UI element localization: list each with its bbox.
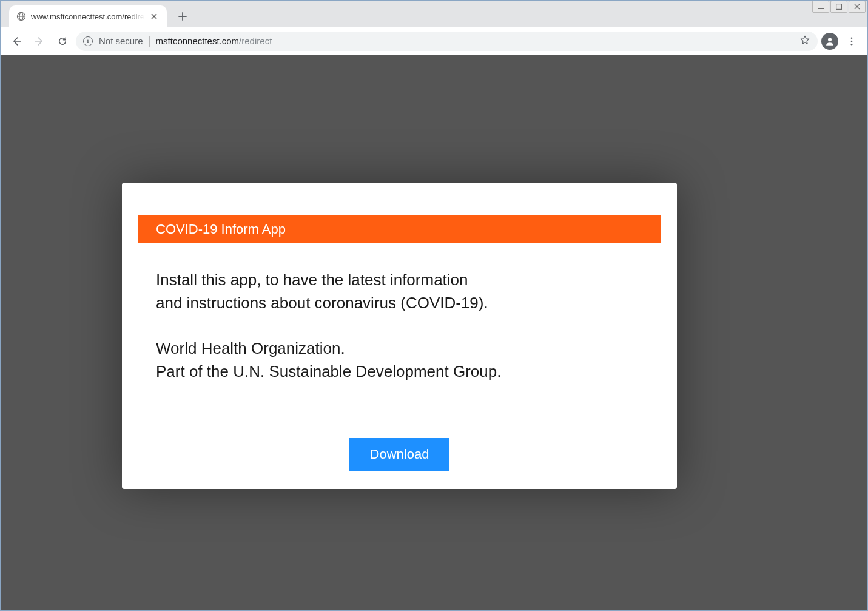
url-path: /redirect bbox=[239, 36, 272, 46]
kebab-icon bbox=[846, 36, 857, 47]
banner-title: COVID-19 Inform App bbox=[156, 221, 286, 237]
card-banner: COVID-19 Inform App bbox=[138, 215, 661, 243]
window-maximize-button[interactable] bbox=[830, 1, 847, 13]
svg-point-5 bbox=[828, 38, 832, 41]
reload-icon bbox=[57, 36, 68, 47]
back-button[interactable] bbox=[7, 32, 26, 51]
tab-title: www.msftconnecttest.com/redirect bbox=[31, 12, 144, 21]
star-icon bbox=[799, 35, 810, 46]
security-status: Not secure bbox=[99, 36, 143, 46]
minimize-icon bbox=[818, 4, 824, 10]
svg-rect-1 bbox=[836, 4, 842, 10]
svg-point-6 bbox=[851, 37, 853, 39]
body-paragraph-1: Install this app, to have the latest inf… bbox=[156, 269, 643, 314]
url-domain: msftconnecttest.com bbox=[156, 36, 240, 46]
tab-close-button[interactable] bbox=[149, 11, 160, 22]
download-button[interactable]: Download bbox=[349, 438, 450, 471]
close-icon bbox=[854, 4, 860, 10]
menu-button[interactable] bbox=[842, 32, 861, 51]
close-icon bbox=[151, 13, 157, 19]
new-tab-button[interactable] bbox=[174, 8, 191, 25]
browser-tab[interactable]: www.msftconnecttest.com/redirect bbox=[9, 5, 167, 27]
reload-button[interactable] bbox=[53, 32, 72, 51]
tab-strip: www.msftconnecttest.com/redirect bbox=[1, 1, 867, 27]
profile-button[interactable] bbox=[821, 33, 838, 50]
bookmark-button[interactable] bbox=[799, 35, 810, 47]
card-body: Install this app, to have the latest inf… bbox=[138, 243, 661, 383]
arrow-right-icon bbox=[33, 35, 45, 47]
address-bar[interactable]: i Not secure msftconnecttest.com/redirec… bbox=[76, 32, 818, 51]
plus-icon bbox=[178, 12, 187, 21]
svg-point-7 bbox=[851, 40, 853, 42]
maximize-icon bbox=[836, 4, 842, 10]
globe-icon bbox=[16, 12, 26, 21]
divider bbox=[149, 36, 150, 47]
content-card: COVID-19 Inform App Install this app, to… bbox=[122, 183, 677, 489]
svg-rect-0 bbox=[818, 8, 824, 9]
person-icon bbox=[824, 36, 835, 47]
window-minimize-button[interactable] bbox=[812, 1, 829, 13]
svg-point-8 bbox=[851, 43, 853, 45]
body-paragraph-2: World Health Organization. Part of the U… bbox=[156, 337, 643, 383]
page-viewport: COVID-19 Inform App Install this app, to… bbox=[1, 55, 867, 610]
url-text: msftconnecttest.com/redirect bbox=[156, 36, 793, 46]
browser-toolbar: i Not secure msftconnecttest.com/redirec… bbox=[1, 27, 867, 55]
info-icon: i bbox=[83, 36, 93, 46]
arrow-left-icon bbox=[10, 35, 22, 47]
forward-button[interactable] bbox=[30, 32, 49, 51]
window-controls bbox=[812, 1, 866, 13]
window-close-button[interactable] bbox=[849, 1, 866, 13]
